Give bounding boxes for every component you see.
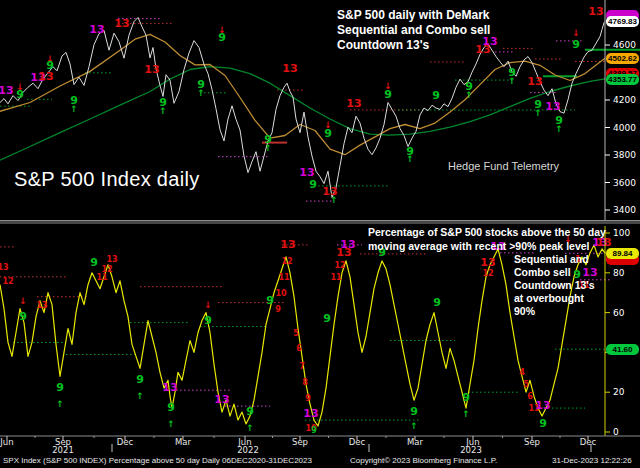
demark-count: 13 — [545, 100, 560, 113]
support-level-chip: 41.60 — [606, 344, 639, 355]
demark-count: 9 — [432, 89, 440, 102]
demark-count: 13 — [106, 255, 117, 264]
demark-count: 13 — [0, 84, 14, 97]
demark-count: 9 — [433, 296, 441, 309]
demark-count: 13 — [303, 407, 318, 420]
demark-count: 5 — [523, 380, 529, 389]
demark-count: 13 — [214, 393, 229, 406]
demark-count: 9 — [16, 88, 24, 101]
demark-count: 9 — [323, 312, 331, 325]
demark-count: 13 — [480, 256, 495, 269]
demark-count: 10 — [275, 289, 287, 298]
y-tick-label: 3400 — [613, 205, 636, 215]
demark-count: 11 — [330, 273, 342, 282]
up-arrow-mark: ↑ — [197, 88, 205, 98]
demark-count: 9 — [204, 314, 212, 327]
footer-copyright: Copyright© 2023 Bloomberg Finance L.P. — [350, 456, 497, 465]
down-arrow-mark: ↓ — [572, 28, 580, 38]
footer-timestamp: 31-Dec-2023 12:22:26 — [552, 456, 632, 465]
demark-count: 9 — [462, 391, 470, 404]
demark-count: 12 — [101, 265, 112, 274]
demark-count: 13 — [280, 238, 295, 251]
y-tick-label: 3800 — [613, 150, 636, 160]
demark-count: 9 — [19, 310, 27, 323]
demark-count: 13 — [162, 381, 177, 394]
year-label: 2021 — [52, 445, 74, 455]
up-arrow-mark: ↑ — [465, 90, 473, 100]
demark-count: 9 — [311, 426, 317, 435]
panel-divider[interactable] — [0, 220, 640, 224]
up-arrow-mark: ↑ — [410, 421, 418, 431]
title-line-1: S&P 500 daily with DeMark — [337, 8, 490, 23]
up-arrow-mark: ↑ — [555, 124, 563, 134]
month-label: Sep — [524, 437, 540, 447]
breadth-note-line-2: moving average with recent >90% peak lev… — [368, 239, 606, 253]
last-value-chip: 89.84 — [606, 248, 639, 259]
month-label: Mar — [175, 437, 192, 447]
up-arrow-mark: ↑ — [330, 195, 338, 205]
demark-count: 9 — [136, 373, 144, 386]
demark-count: 9 — [410, 405, 418, 418]
demark-count: 9 — [572, 38, 580, 51]
demark-count: 4 — [519, 368, 525, 377]
up-arrow-mark: ↑ — [159, 106, 167, 116]
demark-count: 13 — [282, 62, 297, 75]
up-arrow-mark: ↑ — [136, 391, 144, 401]
down-arrow-mark: ↓ — [19, 296, 27, 306]
chart-annotation-title: S&P 500 daily with DeMark Sequential and… — [337, 8, 490, 53]
demark-count: 13 — [299, 166, 314, 179]
demark-count: 11 — [278, 273, 290, 282]
title-line-2: Sequential and Combo sell — [337, 23, 490, 38]
demark-count: 7 — [299, 362, 305, 371]
demark-count: 13 — [340, 238, 355, 251]
month-label: Jun — [0, 437, 14, 447]
demark-count: 6 — [296, 344, 302, 353]
demark-count: 13 — [588, 5, 603, 18]
ma50-value-chip: 4502.62 — [606, 53, 639, 64]
demark-count: 6 — [527, 392, 533, 401]
up-arrow-mark: ↑ — [534, 108, 542, 118]
demark-count: 5 — [293, 329, 299, 338]
demark-count: 13 — [527, 75, 542, 88]
demark-count: 9 — [90, 256, 98, 269]
y-tick-label: 60 — [613, 308, 625, 318]
demark-count: 11 — [96, 273, 108, 282]
demark-count: 9 — [266, 294, 274, 307]
demark-count: 9 — [246, 405, 254, 418]
up-arrow-mark: ↑ — [246, 423, 254, 433]
demark-count: 12 — [334, 261, 345, 270]
last-price-chip: 4769.83 — [606, 16, 639, 27]
demark-count: 9 — [167, 401, 175, 414]
demark-count: 9 — [56, 381, 64, 394]
demark-count: 13 — [36, 301, 47, 310]
demark-count: 13 — [89, 23, 104, 36]
watermark-label: Hedge Fund Telemetry — [448, 160, 559, 172]
instrument-label: S&P 500 Index daily — [14, 168, 199, 191]
demark-count: 13 — [346, 97, 361, 110]
month-label: Mar — [407, 437, 424, 447]
demark-count: 9 — [539, 417, 547, 430]
ma50-line — [0, 34, 605, 154]
y-tick-label: 100 — [613, 228, 630, 238]
month-label: Sep — [292, 437, 308, 447]
y-tick-label: 4200 — [613, 95, 636, 105]
demark-count: 9 — [305, 394, 311, 403]
up-arrow-mark: ↑ — [508, 76, 516, 86]
bloomberg-chart-window: 13↓91313↓99↑1313139↑9↑↓99↑13↓913913↑13↓9… — [0, 0, 640, 468]
y-tick-label: 20 — [613, 387, 625, 397]
ma200-value-chip: 4353.77 — [606, 74, 639, 85]
demark-count: 9 — [324, 127, 332, 140]
up-arrow-mark: ↑ — [264, 143, 272, 153]
month-label: Dec — [117, 437, 134, 447]
demark-count: 8 — [302, 378, 308, 387]
demark-count: 9 — [384, 88, 392, 101]
up-arrow-mark: ↑ — [462, 409, 470, 419]
year-label: 2023 — [460, 445, 482, 455]
up-arrow-mark: ↑ — [406, 154, 414, 164]
down-arrow-mark: ↓ — [204, 300, 212, 310]
title-line-3: Countdown 13's — [337, 38, 490, 53]
year-label: 2022 — [237, 445, 259, 455]
demark-count: 9 — [46, 59, 54, 72]
y-tick-label: 4000 — [613, 123, 636, 133]
demark-count: 13 — [535, 399, 550, 412]
